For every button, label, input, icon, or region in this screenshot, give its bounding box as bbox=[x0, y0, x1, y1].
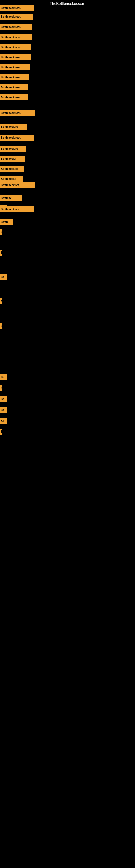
bottleneck-bar-25[interactable]: B bbox=[0, 299, 2, 304]
bottleneck-bar-20[interactable]: Bottleneck res bbox=[0, 206, 34, 212]
bar-row: Bottleneck resu bbox=[0, 110, 35, 116]
bottleneck-bar-32[interactable]: B bbox=[0, 429, 2, 435]
bottleneck-bar-8[interactable]: Bottleneck resu bbox=[0, 84, 28, 90]
bar-row: Bottleneck resu bbox=[0, 94, 28, 100]
bar-row: Bottleneck res bbox=[0, 206, 34, 212]
bar-row: Bottleneck resu bbox=[0, 13, 33, 20]
bottleneck-bar-1[interactable]: Bottleneck resu bbox=[0, 13, 33, 20]
bar-row: Bo bbox=[0, 274, 7, 280]
bar-row: Bottleneck resu bbox=[0, 44, 31, 50]
bottleneck-bar-29[interactable]: Bo bbox=[0, 396, 7, 402]
bottleneck-bar-2[interactable]: Bottleneck resu bbox=[0, 24, 32, 30]
bar-row: B bbox=[0, 250, 2, 255]
bar-row: Bo bbox=[0, 374, 7, 380]
bottleneck-bar-6[interactable]: Bottleneck resu bbox=[0, 64, 30, 70]
bottleneck-bar-12[interactable]: Bottleneck resu bbox=[0, 134, 34, 141]
bar-row: Bottleneck resu bbox=[0, 54, 31, 60]
bar-row: Bottleneck resu bbox=[0, 74, 29, 80]
bottleneck-bar-13[interactable]: Bottleneck re bbox=[0, 146, 26, 152]
bottleneck-bar-21[interactable]: Bottle bbox=[0, 219, 13, 225]
bottleneck-bar-27[interactable]: Bo bbox=[0, 374, 7, 380]
bottleneck-bar-9[interactable]: Bottleneck resu bbox=[0, 94, 28, 100]
bar-row: Bottleneck r bbox=[0, 156, 25, 162]
bar-row: B bbox=[0, 385, 2, 391]
bar-row: Bottleneck resu bbox=[0, 24, 32, 30]
bar-row: Bo bbox=[0, 396, 7, 402]
bottleneck-bar-26[interactable]: B bbox=[0, 323, 2, 329]
bar-row: Bottleneck resu bbox=[0, 134, 34, 141]
bar-row: Bo bbox=[0, 407, 7, 413]
bottleneck-bar-28[interactable]: B bbox=[0, 385, 2, 391]
bar-row: Bottlene bbox=[0, 195, 21, 201]
bottleneck-bar-18[interactable]: Bottlene bbox=[0, 195, 21, 201]
bottleneck-bar-24[interactable]: Bo bbox=[0, 274, 7, 280]
bottleneck-bar-17[interactable]: Bottleneck res bbox=[0, 182, 35, 188]
bottleneck-bar-31[interactable]: Bo bbox=[0, 418, 7, 424]
bottleneck-bar-10[interactable]: Bottleneck resu bbox=[0, 110, 35, 116]
bottleneck-bar-30[interactable]: Bo bbox=[0, 407, 7, 413]
bar-row: Bottleneck re bbox=[0, 146, 26, 152]
bottleneck-bar-15[interactable]: Bottleneck re bbox=[0, 166, 24, 172]
bottleneck-bar-0[interactable]: Bottleneck resu bbox=[0, 5, 34, 11]
bar-row: Bottleneck r bbox=[0, 176, 23, 182]
bottleneck-bar-14[interactable]: Bottleneck r bbox=[0, 156, 25, 162]
bar-row: B bbox=[0, 299, 2, 304]
bar-row: Bottleneck re bbox=[0, 124, 27, 130]
bottleneck-bar-7[interactable]: Bottleneck resu bbox=[0, 74, 29, 80]
bar-row: Bottleneck res bbox=[0, 182, 35, 188]
bar-row: B bbox=[0, 323, 2, 329]
bottleneck-bar-22[interactable]: B bbox=[0, 229, 2, 235]
bottleneck-bar-3[interactable]: Bottleneck resu bbox=[0, 34, 32, 40]
bottleneck-bar-5[interactable]: Bottleneck resu bbox=[0, 54, 31, 60]
bar-row: Bottleneck resu bbox=[0, 5, 34, 11]
bar-row: Bottleneck resu bbox=[0, 64, 30, 70]
bar-row: Bottleneck re bbox=[0, 166, 24, 172]
bar-row: Bottle bbox=[0, 219, 13, 225]
bar-row: Bottleneck resu bbox=[0, 34, 32, 40]
bar-row: B bbox=[0, 229, 2, 235]
bar-row: Bottleneck resu bbox=[0, 84, 28, 90]
bar-row: B bbox=[0, 429, 2, 435]
bottleneck-bar-23[interactable]: B bbox=[0, 250, 2, 255]
bottleneck-bar-16[interactable]: Bottleneck r bbox=[0, 176, 23, 182]
bottleneck-bar-4[interactable]: Bottleneck resu bbox=[0, 44, 31, 50]
bottleneck-bar-11[interactable]: Bottleneck re bbox=[0, 124, 27, 130]
bar-row: Bo bbox=[0, 418, 7, 424]
